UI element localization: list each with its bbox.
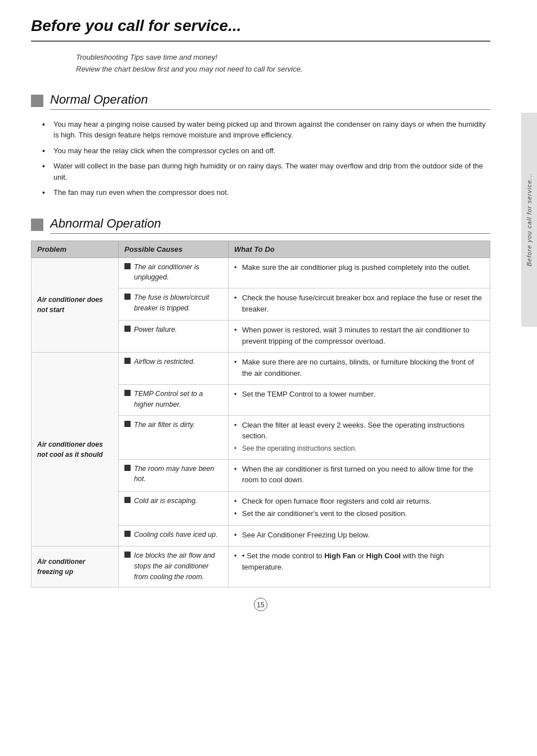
normal-operation-title: Normal Operation: [50, 92, 490, 110]
subtitle-line-1: Troubleshooting Tips save time and money…: [76, 52, 490, 64]
subtitle-line-2: Review the chart beslow first and you ma…: [76, 64, 490, 75]
table-header-causes: Possible Causes: [119, 241, 229, 257]
cause-square-icon: [124, 531, 131, 537]
page-number: 15: [254, 598, 267, 611]
troubleshooting-table: Problem Possible Causes What To Do Air c…: [31, 241, 490, 588]
cause-text: The fuse is blown/circuit breaker is tri…: [134, 292, 222, 314]
table-header-what: What To Do: [229, 241, 490, 257]
what-cell-1-3: When power is restored, wait 3 minutes t…: [229, 321, 490, 353]
cause-text: Cooling coils have iced up.: [134, 530, 218, 540]
cause-square-icon: [124, 390, 131, 396]
cause-cell-1-2: The fuse is blown/circuit breaker is tri…: [119, 288, 229, 321]
what-cell-2-3: Clean the filter at least every 2 weeks.…: [229, 415, 490, 459]
cause-text: The air filter is dirty.: [134, 420, 195, 430]
what-item-b: Set the air conditioner's vent to the cl…: [234, 508, 484, 519]
what-item: Make sure the air conditioner plug is pu…: [234, 262, 484, 273]
abnormal-operation-header: Abnormal Operation: [31, 216, 490, 234]
problem-cell-3: Air conditioner freezing up: [32, 546, 119, 588]
cause-cell-2-2: TEMP Control set to a higher number.: [119, 385, 229, 416]
cause-square-icon: [124, 465, 131, 471]
what-item: Make sure there are no curtains, blinds,…: [234, 357, 484, 379]
what-cell-2-6: See Air Conditioner Freezing Up below.: [229, 525, 490, 546]
main-content: Before you call for service... Troublesh…: [0, 0, 521, 634]
what-cell-1-2: Check the house fuse/circuit breaker box…: [229, 288, 490, 321]
what-item: Set the TEMP Control to a lower number.: [234, 389, 484, 400]
page-title: Before you call for service...: [31, 17, 490, 42]
what-cell-2-4: When the air conditioner is first turned…: [229, 459, 490, 491]
what-item-sub: See the operating instructions section.: [234, 443, 484, 453]
cause-cell-2-4: The room may have been hot.: [119, 459, 229, 491]
sidebar-tab: Before you call for service...: [521, 113, 537, 327]
cause-text: Cold air is escaping.: [134, 496, 198, 506]
cause-text: The air conditioner is unplugged.: [134, 262, 222, 283]
cause-cell-1-3: Power failure.: [119, 321, 229, 353]
cause-square-icon: [124, 421, 131, 427]
abnormal-operation-title: Abnormal Operation: [50, 216, 490, 234]
what-cell-2-5: Check for open furnace floor registers a…: [229, 491, 490, 525]
what-item: When the air conditioner is first turned…: [234, 464, 484, 486]
what-item: • Set the mode control to High Fan or Hi…: [234, 550, 484, 572]
what-item: Check the house fuse/circuit breaker box…: [234, 292, 484, 314]
table-row: Air conditioner does not start The air c…: [32, 257, 490, 288]
normal-bullet-1: You may hear a pinging noise caused by w…: [42, 117, 490, 143]
abnormal-section-icon: [31, 219, 43, 231]
what-cell-2-2: Set the TEMP Control to a lower number.: [229, 385, 490, 416]
cause-cell-2-3: The air filter is dirty.: [119, 415, 229, 459]
subtitle-block: Troubleshooting Tips save time and money…: [31, 52, 490, 75]
normal-bullet-2: You may hear the relay click when the co…: [42, 143, 490, 159]
cause-text: Power failure.: [134, 324, 177, 335]
cause-square-icon: [124, 497, 131, 503]
cause-text: Ice blocks the air flow and stops the ai…: [134, 550, 222, 582]
page-number-area: 15: [31, 598, 490, 611]
cause-cell-1-1: The air conditioner is unplugged.: [119, 257, 229, 288]
cause-cell-2-5: Cold air is escaping.: [119, 491, 229, 525]
normal-bullet-3: Water will collect in the base pan durin…: [42, 158, 490, 185]
table-row: Air conditioner does not cool as it shou…: [32, 353, 490, 385]
what-item: Clean the filter at least every 2 weeks.…: [234, 420, 484, 442]
normal-operation-bullets: You may hear a pinging noise caused by w…: [31, 117, 490, 201]
cause-square-icon: [124, 358, 131, 364]
cause-cell-2-6: Cooling coils have iced up.: [119, 525, 229, 546]
what-cell-3-1: • Set the mode control to High Fan or Hi…: [229, 546, 490, 588]
cause-square-icon: [124, 263, 131, 269]
cause-text: The room may have been hot.: [134, 464, 222, 485]
cause-text: TEMP Control set to a higher number.: [134, 389, 222, 410]
cause-cell-3-1: Ice blocks the air flow and stops the ai…: [119, 546, 229, 588]
problem-cell-1: Air conditioner does not start: [32, 257, 119, 353]
cause-square-icon: [124, 293, 131, 300]
table-header-problem: Problem: [32, 241, 119, 257]
cause-square-icon: [124, 552, 131, 558]
cause-cell-2-1: Airflow is restricted.: [119, 353, 229, 385]
cause-text: Airflow is restricted.: [134, 357, 195, 367]
normal-bullet-4: The fan may run even when the compressor…: [42, 185, 490, 201]
what-item: See Air Conditioner Freezing Up below.: [234, 530, 484, 541]
what-cell-2-1: Make sure there are no curtains, blinds,…: [229, 353, 490, 385]
normal-section-icon: [31, 95, 43, 107]
table-row: Air conditioner freezing up Ice blocks t…: [32, 546, 490, 588]
page-wrapper: Before you call for service... Before yo…: [0, 0, 537, 756]
sidebar-tab-label: Before you call for service...: [526, 173, 532, 266]
what-item: When power is restored, wait 3 minutes t…: [234, 324, 484, 346]
cause-square-icon: [124, 326, 131, 332]
what-cell-1-1: Make sure the air conditioner plug is pu…: [229, 257, 490, 288]
what-item: Check for open furnace floor registers a…: [234, 496, 484, 507]
problem-cell-2: Air conditioner does not cool as it shou…: [32, 353, 119, 546]
normal-operation-header: Normal Operation: [31, 92, 490, 110]
